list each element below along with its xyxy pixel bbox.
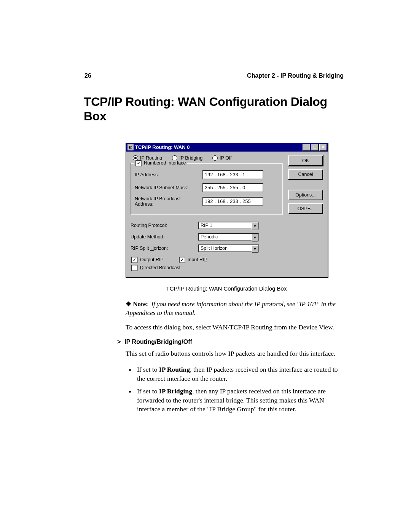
numbered-interface-group: Numbered Interface IP Address: 192 . 168… — [131, 163, 283, 215]
titlebar-text: TCP/IP Routing: WAN 0 — [135, 144, 303, 150]
update-method-select[interactable]: Periodic ▼ — [198, 233, 259, 241]
checkbox-icon — [131, 265, 138, 271]
page-title: TCP/IP Routing: WAN Configuration Dialog… — [84, 94, 344, 124]
broadcast-address-field[interactable]: 192 . 168 . 233 . 255 — [202, 197, 263, 206]
update-method-label: Update Method: — [131, 234, 195, 240]
ospf-button[interactable]: OSPF... — [288, 203, 323, 214]
directed-broadcast-checkbox[interactable]: Directed Broadcast — [131, 265, 283, 271]
maximize-icon[interactable]: □ — [311, 144, 319, 151]
access-instructions: To access this dialog box, select WAN/TC… — [126, 323, 344, 332]
checkbox-icon — [179, 257, 185, 263]
routing-protocol-select[interactable]: RIP 1 ▼ — [198, 222, 259, 229]
radio-ip-off[interactable]: IP Off — [212, 155, 232, 161]
split-horizon-label: RIP Split Horizon: — [131, 246, 195, 251]
bullet-item: If set to IP Routing, then IP packets re… — [135, 365, 344, 383]
cancel-button[interactable]: Cancel — [288, 169, 323, 180]
routing-protocol-label: Routing Protocol: — [131, 223, 195, 228]
chevron-down-icon: ▼ — [252, 222, 258, 230]
broadcast-address-label: Network IP Broadcast Address: — [135, 196, 199, 207]
close-icon[interactable]: ✕ — [319, 144, 327, 151]
chevron-down-icon: ▼ — [252, 245, 258, 253]
options-button[interactable]: Options... — [288, 190, 323, 200]
section-heading: >IP Routing/Bridging/Off — [117, 339, 344, 345]
note-paragraph: ❖ Note: If you need more information abo… — [126, 300, 344, 318]
chapter-title: Chapter 2 - IP Routing & Bridging — [247, 72, 344, 79]
minimize-icon[interactable]: _ — [303, 144, 310, 151]
bullet-item: If set to IP Bridging, then any IP packe… — [135, 387, 344, 414]
note-prefix: ❖ Note: — [126, 300, 148, 308]
output-rip-checkbox[interactable]: Output RIP — [131, 257, 164, 263]
numbered-interface-checkbox[interactable] — [135, 160, 142, 166]
ok-button[interactable]: OK — [288, 155, 323, 166]
note-body: If you need more information about the I… — [126, 300, 336, 316]
page-number: 26 — [84, 72, 91, 79]
section-intro: This set of radio buttons controls how I… — [126, 349, 344, 358]
app-icon: ◐ — [127, 144, 134, 150]
subnet-mask-label: Network IP Subnet Mask: — [135, 185, 199, 190]
ip-address-label: IP Address: — [135, 172, 199, 177]
radio-icon — [212, 155, 218, 161]
titlebar[interactable]: ◐ TCP/IP Routing: WAN 0 _ □ ✕ — [126, 143, 328, 152]
checkbox-icon — [131, 257, 138, 263]
ip-address-field[interactable]: 192 . 168 . 233 . 1 — [202, 170, 263, 179]
input-rip-checkbox[interactable]: Input RIP — [179, 257, 207, 263]
bullet-list: If set to IP Routing, then IP packets re… — [135, 365, 344, 414]
chevron-down-icon: ▼ — [252, 234, 258, 241]
split-horizon-select[interactable]: Split Horizon ▼ — [198, 244, 259, 252]
dialog-window: ◐ TCP/IP Routing: WAN 0 _ □ ✕ IP Routing… — [126, 143, 328, 278]
subnet-mask-field[interactable]: 255 . 255 . 255 . 0 — [202, 183, 263, 192]
figure-caption: TCP/IP Routing: WAN Configuration Dialog… — [126, 285, 327, 292]
page-header: 26 Chapter 2 - IP Routing & Bridging — [84, 72, 344, 79]
